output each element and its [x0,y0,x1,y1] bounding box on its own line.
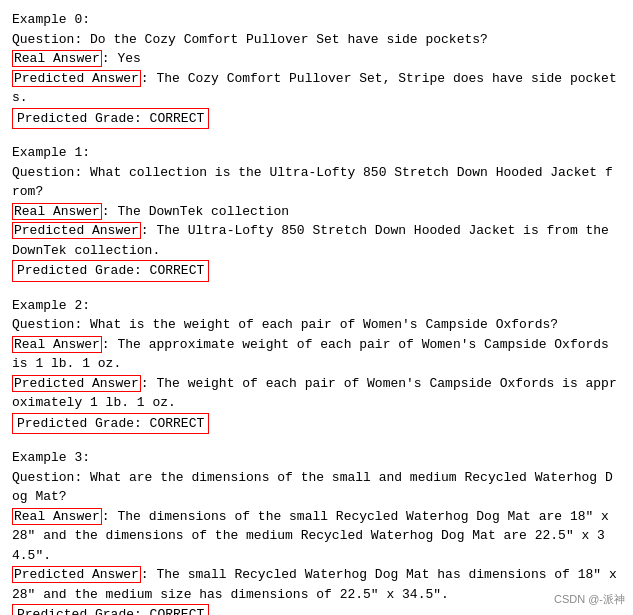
real-answer-label-0: Real Answer [12,50,102,67]
predicted-grade-line-3: Predicted Grade: CORRECT [12,604,621,615]
predicted-grade-line-1: Predicted Grade: CORRECT [12,260,621,282]
real-answer-text-0: : Yes [102,51,141,66]
example-block-3: Example 3:Question: What are the dimensi… [12,448,621,615]
real-answer-label-2: Real Answer [12,336,102,353]
example-header-3: Example 3: [12,448,621,468]
question-1: Question: What collection is the Ultra-L… [12,163,621,202]
predicted-grade-line-2: Predicted Grade: CORRECT [12,413,621,435]
example-block-1: Example 1:Question: What collection is t… [12,143,621,282]
predicted-grade-line-0: Predicted Grade: CORRECT [12,108,621,130]
predicted-answer-label-2: Predicted Answer [12,375,141,392]
real-answer-text-3: : The dimensions of the small Recycled W… [12,509,609,563]
real-answer-line-3: Real Answer: The dimensions of the small… [12,507,621,566]
predicted-answer-label-0: Predicted Answer [12,70,141,87]
predicted-answer-line-3: Predicted Answer: The small Recycled Wat… [12,565,621,604]
example-header-2: Example 2: [12,296,621,316]
predicted-answer-label-3: Predicted Answer [12,566,141,583]
predicted-grade-box-3: Predicted Grade: CORRECT [12,604,209,615]
example-header-0: Example 0: [12,10,621,30]
predicted-answer-line-0: Predicted Answer: The Cozy Comfort Pullo… [12,69,621,108]
real-answer-label-3: Real Answer [12,508,102,525]
predicted-answer-label-1: Predicted Answer [12,222,141,239]
real-answer-line-2: Real Answer: The approximate weight of e… [12,335,621,374]
example-header-1: Example 1: [12,143,621,163]
example-block-0: Example 0:Question: Do the Cozy Comfort … [12,10,621,129]
example-block-2: Example 2:Question: What is the weight o… [12,296,621,435]
predicted-grade-box-0: Predicted Grade: CORRECT [12,108,209,130]
predicted-grade-box-1: Predicted Grade: CORRECT [12,260,209,282]
real-answer-line-1: Real Answer: The DownTek collection [12,202,621,222]
predicted-answer-line-1: Predicted Answer: The Ultra-Lofty 850 St… [12,221,621,260]
predicted-answer-line-2: Predicted Answer: The weight of each pai… [12,374,621,413]
real-answer-text-1: : The DownTek collection [102,204,289,219]
real-answer-text-2: : The approximate weight of each pair of… [12,337,609,372]
watermark: CSDN @-派神 [554,592,625,607]
question-2: Question: What is the weight of each pai… [12,315,621,335]
real-answer-label-1: Real Answer [12,203,102,220]
predicted-grade-box-2: Predicted Grade: CORRECT [12,413,209,435]
question-0: Question: Do the Cozy Comfort Pullover S… [12,30,621,50]
question-3: Question: What are the dimensions of the… [12,468,621,507]
real-answer-line-0: Real Answer: Yes [12,49,621,69]
